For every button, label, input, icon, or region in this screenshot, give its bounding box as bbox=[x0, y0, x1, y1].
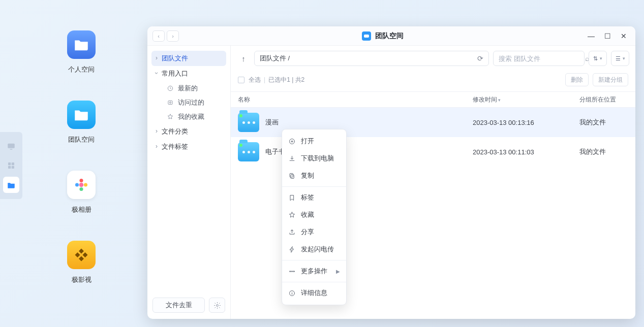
row-time: 2023-03-13 00:11:03 bbox=[473, 148, 579, 156]
breadcrumb: 团队文件 / bbox=[260, 54, 290, 63]
row-name: 漫画 bbox=[265, 118, 279, 127]
nav-forward-button[interactable]: › bbox=[167, 30, 179, 42]
ctx-share[interactable]: 分享 bbox=[282, 223, 346, 241]
ctx-more[interactable]: 更多操作 ▶ bbox=[282, 263, 346, 280]
ctx-open[interactable]: 打开 bbox=[282, 133, 346, 150]
svg-rect-1 bbox=[10, 149, 13, 150]
app-label: 团队空间 bbox=[51, 135, 112, 144]
svg-point-6 bbox=[78, 116, 80, 118]
sidebar-favorites[interactable]: 我的收藏 bbox=[157, 110, 226, 124]
clock-icon bbox=[167, 85, 174, 92]
sort-toggle[interactable]: ⇅ bbox=[589, 51, 607, 66]
svg-rect-4 bbox=[8, 166, 11, 169]
svg-point-16 bbox=[216, 304, 218, 306]
svg-rect-5 bbox=[12, 166, 14, 169]
separator bbox=[282, 186, 346, 187]
svg-rect-14 bbox=[168, 101, 172, 105]
view-toggle[interactable]: ☰ bbox=[611, 51, 629, 66]
svg-point-15 bbox=[170, 102, 171, 104]
dedupe-button[interactable]: 文件去重 bbox=[152, 298, 205, 313]
video-icon bbox=[67, 241, 96, 269]
open-icon bbox=[288, 138, 296, 145]
app-team-space[interactable]: 团队空间 bbox=[51, 101, 112, 144]
table-header: 名称 修改时间 分组所在位置 bbox=[231, 91, 635, 108]
app-personal-space[interactable]: 个人空间 bbox=[51, 30, 112, 74]
sidebar-visited[interactable]: 访问过的 bbox=[157, 95, 226, 110]
svg-rect-2 bbox=[8, 162, 11, 165]
nav-back-button[interactable]: ‹ bbox=[152, 30, 165, 42]
shared-folder-icon bbox=[238, 142, 259, 161]
svg-rect-3 bbox=[12, 162, 14, 165]
shared-folder-icon bbox=[238, 113, 259, 132]
settings-button[interactable] bbox=[209, 298, 225, 313]
selection-status: 已选中1 | 共2 bbox=[268, 76, 304, 84]
window-title: 团队空间 bbox=[179, 31, 587, 41]
ctx-details[interactable]: 详细信息 bbox=[282, 284, 346, 302]
share-icon bbox=[288, 228, 296, 236]
bolt-icon bbox=[288, 246, 296, 253]
select-all-label[interactable]: 全选 bbox=[249, 76, 261, 84]
left-dock bbox=[0, 132, 22, 199]
download-icon bbox=[288, 155, 296, 162]
ctx-download[interactable]: 下载到电脑 bbox=[282, 150, 346, 167]
path-box[interactable]: 团队文件 / ⟳ bbox=[254, 51, 489, 66]
app-photos[interactable]: 极相册 bbox=[51, 171, 112, 214]
app-video[interactable]: 极影视 bbox=[51, 241, 112, 284]
titlebar: ‹ › 团队空间 — ☐ ✕ bbox=[147, 26, 635, 46]
ctx-copy[interactable]: 复制 bbox=[282, 167, 346, 184]
ctx-flash-transfer[interactable]: 发起闪电传 bbox=[282, 241, 346, 258]
search-box[interactable]: ⌕ bbox=[493, 51, 585, 66]
bookmark-icon bbox=[288, 194, 296, 202]
dock-item-display[interactable] bbox=[3, 138, 19, 154]
dock-item-grid[interactable] bbox=[3, 157, 19, 174]
star-icon bbox=[167, 113, 174, 120]
more-icon bbox=[288, 268, 296, 275]
app-label: 极影视 bbox=[51, 275, 112, 284]
sidebar-tags[interactable]: 文件标签 bbox=[151, 139, 226, 154]
sidebar-common-entry[interactable]: 常用入口 bbox=[151, 66, 226, 81]
minimize-button[interactable]: — bbox=[587, 31, 596, 41]
sidebar-recent[interactable]: 最新的 bbox=[157, 81, 226, 95]
svg-point-22 bbox=[293, 271, 294, 272]
col-header-group[interactable]: 分组所在位置 bbox=[579, 95, 635, 104]
search-input[interactable] bbox=[498, 54, 585, 63]
col-header-time[interactable]: 修改时间 bbox=[473, 95, 579, 104]
up-button[interactable]: ↑ bbox=[237, 51, 250, 66]
col-header-name[interactable]: 名称 bbox=[231, 95, 473, 104]
delete-button[interactable]: 删除 bbox=[565, 73, 589, 86]
row-time: 2023-03-13 00:13:16 bbox=[473, 119, 579, 126]
svg-point-10 bbox=[84, 183, 87, 186]
sidebar-categories[interactable]: 文件分类 bbox=[151, 124, 226, 139]
svg-point-8 bbox=[79, 183, 84, 187]
team-folder-icon bbox=[67, 101, 96, 129]
row-group: 我的文件 bbox=[579, 147, 635, 156]
sidebar-team-files[interactable]: 团队文件 bbox=[151, 51, 226, 66]
new-group-button[interactable]: 新建分组 bbox=[593, 73, 628, 86]
dock-item-team[interactable] bbox=[3, 177, 19, 193]
table-rows: 漫画 2023-03-13 00:13:16 我的文件 电子书 2023-03-… bbox=[231, 108, 635, 319]
copy-icon bbox=[288, 172, 296, 180]
maximize-button[interactable]: ☐ bbox=[603, 31, 612, 41]
window-title-text: 团队空间 bbox=[375, 31, 404, 41]
app-label: 个人空间 bbox=[51, 65, 112, 74]
select-all-checkbox[interactable] bbox=[238, 77, 244, 83]
folder-icon bbox=[67, 30, 96, 59]
svg-rect-19 bbox=[290, 173, 293, 177]
team-space-icon bbox=[362, 31, 371, 41]
svg-point-7 bbox=[82, 116, 85, 118]
svg-rect-0 bbox=[8, 144, 15, 148]
svg-point-12 bbox=[75, 183, 79, 186]
separator bbox=[282, 260, 346, 260]
file-manager-window: ‹ › 团队空间 — ☐ ✕ 团队文件 常用入口 最新的 bbox=[147, 26, 635, 319]
info-icon bbox=[288, 289, 296, 297]
close-button[interactable]: ✕ bbox=[619, 31, 628, 41]
chevron-right-icon: ▶ bbox=[336, 269, 340, 274]
star-println-icon bbox=[288, 211, 296, 219]
svg-point-11 bbox=[79, 187, 83, 191]
ctx-tag[interactable]: 标签 bbox=[282, 189, 346, 206]
ctx-favorite[interactable]: 收藏 bbox=[282, 206, 346, 223]
context-menu: 打开 下载到电脑 复制 标签 bbox=[282, 129, 347, 305]
svg-rect-18 bbox=[291, 175, 294, 179]
refresh-button[interactable]: ⟳ bbox=[477, 54, 483, 62]
app-label: 极相册 bbox=[51, 205, 112, 214]
